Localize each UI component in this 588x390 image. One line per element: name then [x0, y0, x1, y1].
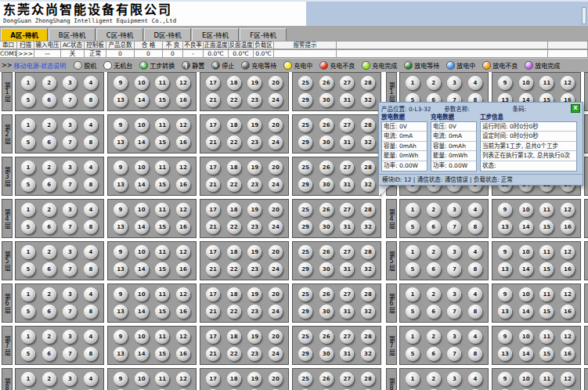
cell-circle[interactable]: 30 — [319, 347, 334, 361]
cell-circle[interactable]: 7 — [447, 347, 461, 361]
cell-circle[interactable]: 11 — [155, 76, 169, 90]
cell-circle[interactable]: 2 — [427, 203, 441, 217]
cell-circle[interactable]: 16 — [176, 262, 190, 276]
cell-circle[interactable]: 12 — [176, 203, 190, 217]
cell-circle[interactable]: 8 — [84, 93, 98, 107]
cell-circle[interactable]: 6 — [42, 262, 56, 276]
cell-circle[interactable]: 18 — [227, 76, 241, 90]
cell-circle[interactable]: 15 — [539, 220, 554, 234]
cell-circle[interactable]: 5 — [21, 220, 35, 234]
cell-circle[interactable]: 10 — [135, 118, 149, 132]
cell-circle[interactable]: 30 — [319, 178, 334, 192]
cell-circle[interactable]: 15 — [155, 262, 169, 276]
cell-circle[interactable]: 4 — [468, 287, 482, 302]
cell-circle[interactable]: 11 — [155, 330, 169, 344]
cell-circle[interactable]: 5 — [21, 262, 35, 276]
cell-circle[interactable]: 20 — [269, 203, 283, 217]
cell-circle[interactable]: 4 — [468, 76, 482, 90]
cell-circle[interactable]: 29 — [298, 135, 312, 150]
cell-circle[interactable]: 28 — [361, 76, 375, 90]
cell-circle[interactable]: 21 — [206, 220, 220, 234]
cell-circle[interactable]: 24 — [269, 305, 283, 319]
cell-circle[interactable]: 7 — [63, 347, 77, 361]
cell-circle[interactable]: 29 — [298, 220, 312, 234]
cell-circle[interactable]: 3 — [63, 203, 77, 217]
cell-circle[interactable]: 12 — [176, 372, 190, 386]
cell-circle[interactable]: 26 — [319, 76, 334, 90]
cell-circle[interactable]: 17 — [206, 372, 220, 386]
cell-circle[interactable]: 28 — [361, 330, 375, 344]
cell-circle[interactable]: 13 — [114, 347, 128, 361]
cell-circle[interactable]: 22 — [227, 262, 241, 276]
cell-circle[interactable]: 3 — [447, 372, 461, 386]
cell-circle[interactable]: 24 — [269, 93, 283, 107]
cell-circle[interactable]: 12 — [176, 161, 190, 175]
cell-circle[interactable]: 26 — [319, 330, 334, 344]
cell-circle[interactable]: 16 — [561, 262, 575, 276]
cell-circle[interactable]: 3 — [63, 76, 77, 90]
cell-circle[interactable]: 23 — [247, 220, 262, 234]
cell-circle[interactable]: 22 — [227, 178, 241, 192]
cell-circle[interactable]: 14 — [135, 178, 149, 192]
cell-circle[interactable]: 12 — [561, 330, 575, 344]
cell-circle[interactable]: 1 — [21, 287, 35, 302]
cell-circle[interactable]: 13 — [498, 347, 512, 361]
cell-circle[interactable]: 23 — [247, 305, 262, 319]
cell-circle[interactable]: 32 — [361, 347, 375, 361]
cell-circle[interactable]: 1 — [21, 161, 35, 175]
cell-circle[interactable]: 12 — [176, 287, 190, 302]
cell-circle[interactable]: 28 — [361, 118, 375, 132]
cell-circle[interactable]: 32 — [361, 220, 375, 234]
cell-circle[interactable]: 11 — [539, 245, 554, 259]
cell-circle[interactable]: 12 — [176, 330, 190, 344]
cell-circle[interactable]: 13 — [498, 262, 512, 276]
cell-circle[interactable]: 14 — [135, 347, 149, 361]
cell-circle[interactable]: 32 — [361, 305, 375, 319]
cell-circle[interactable]: 4 — [84, 203, 98, 217]
cell-circle[interactable]: 9 — [114, 76, 128, 90]
cell-circle[interactable]: 26 — [319, 118, 334, 132]
cell-circle[interactable]: 2 — [42, 203, 56, 217]
cell-circle[interactable]: 5 — [21, 178, 35, 192]
cell-circle[interactable]: 8 — [84, 262, 98, 276]
cell-circle[interactable]: 12 — [176, 76, 190, 90]
cell-circle[interactable]: 2 — [427, 372, 441, 386]
cell-circle[interactable]: 14 — [135, 135, 149, 150]
cell-circle[interactable]: 9 — [498, 76, 512, 90]
cell-circle[interactable]: 13 — [114, 93, 128, 107]
cell-circle[interactable]: 9 — [114, 330, 128, 344]
cell-circle[interactable]: 27 — [340, 76, 354, 90]
cell-circle[interactable]: 2 — [42, 161, 56, 175]
close-icon[interactable]: X — [571, 104, 580, 113]
cell-circle[interactable]: 25 — [298, 161, 312, 175]
cell-circle[interactable]: 18 — [227, 372, 241, 386]
cell-circle[interactable]: 16 — [176, 305, 190, 319]
cell-circle[interactable]: 32 — [361, 135, 375, 150]
cell-circle[interactable]: 10 — [519, 287, 533, 302]
cell-circle[interactable]: 17 — [206, 287, 220, 302]
cell-circle[interactable]: 2 — [42, 330, 56, 344]
cell-circle[interactable]: 7 — [63, 220, 77, 234]
cell-circle[interactable]: 15 — [155, 347, 169, 361]
cell-circle[interactable]: 1 — [406, 330, 420, 344]
cell-circle[interactable]: 15 — [539, 305, 554, 319]
cell-circle[interactable]: 3 — [63, 245, 77, 259]
cell-circle[interactable]: 22 — [227, 347, 241, 361]
cell-circle[interactable]: 3 — [63, 118, 77, 132]
cell-circle[interactable]: 7 — [447, 220, 461, 234]
tab-zone-4[interactable]: E区-待机 — [192, 28, 239, 42]
cell-circle[interactable]: 30 — [319, 262, 334, 276]
cell-circle[interactable]: 4 — [468, 330, 482, 344]
cell-circle[interactable]: 6 — [42, 93, 56, 107]
cell-circle[interactable]: 7 — [447, 305, 461, 319]
cell-circle[interactable]: 9 — [498, 372, 512, 386]
cell-circle[interactable]: 6 — [427, 305, 441, 319]
cell-circle[interactable]: 7 — [63, 135, 77, 150]
cell-circle[interactable]: 7 — [63, 262, 77, 276]
cell-circle[interactable]: 8 — [84, 178, 98, 192]
cell-circle[interactable]: 12 — [561, 76, 575, 90]
cell-circle[interactable]: 30 — [319, 220, 334, 234]
cell-circle[interactable]: 10 — [135, 287, 149, 302]
cell-circle[interactable]: 1 — [21, 245, 35, 259]
cell-circle[interactable]: 1 — [406, 245, 420, 259]
